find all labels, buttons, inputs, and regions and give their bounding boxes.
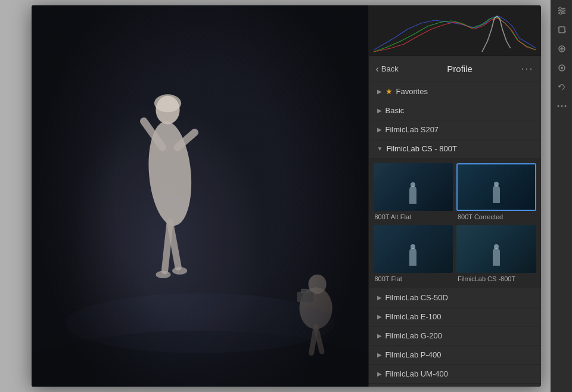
thumb-figure-silhouette: [493, 248, 500, 266]
profile-title: Profile: [399, 64, 521, 74]
thumb-figure-silhouette: [409, 248, 416, 266]
histogram-area: [369, 5, 541, 56]
section-label-favorites: Favorites: [396, 87, 428, 96]
preset-thumb-800t-corrected: [456, 163, 536, 211]
chevron-icon-basic: ▶: [377, 107, 382, 114]
histogram-svg: [374, 11, 536, 53]
back-label: Back: [381, 64, 399, 73]
section-header-filmiclab-e-100[interactable]: ▶FilmicLab E-100: [369, 307, 541, 326]
section-header-filmiclab-cs-50d[interactable]: ▶FilmicLab CS-50D: [369, 288, 541, 307]
section-header-filmiclab-s207[interactable]: ▶FilmicLab S207: [369, 120, 541, 139]
thumb-figure-silhouette: [493, 185, 500, 203]
thumb-figure-silhouette: [409, 186, 416, 204]
preset-thumb-800t-alt-flat: [374, 163, 453, 211]
preset-label-800t-flat: 800T Flat: [374, 273, 453, 284]
chevron-icon-filmiclab-g-200: ▶: [377, 332, 382, 339]
chevron-icon-filmiclab-p-400: ▶: [377, 351, 382, 358]
section-label-filmiclab-p-400: FilmicLab P-400: [386, 350, 442, 359]
preset-item-filmiclab-cs-800t[interactable]: FilmicLab CS -800T: [456, 225, 536, 284]
section-label-filmiclab-g-200: FilmicLab G-200: [386, 331, 442, 340]
preset-thumb-filmiclab-cs-800t: [456, 225, 536, 273]
chevron-icon-filmiclab-cs-50d: ▶: [377, 294, 382, 301]
chevron-icon-filmiclab-um-400: ▶: [377, 371, 382, 377]
chevron-icon-filmiclab-cs-800t: ▼: [377, 145, 383, 152]
preset-item-800t-flat[interactable]: 800T Flat: [374, 225, 453, 284]
preset-thumb-800t-flat: [374, 225, 453, 273]
section-header-filmiclab-cs-800t[interactable]: ▼FilmicLab CS - 800T: [369, 139, 541, 158]
photo-background: [32, 5, 368, 387]
back-chevron-icon: ‹: [376, 64, 379, 74]
preset-label-filmiclab-cs-800t: FilmicLab CS -800T: [456, 273, 536, 284]
favorites-star-icon: ★: [386, 87, 393, 96]
photo-area: [32, 5, 368, 387]
chevron-icon-filmiclab-e-100: ▶: [377, 313, 382, 320]
chevron-icon-filmiclab-s207: ▶: [377, 126, 382, 133]
preset-label-800t-alt-flat: 800T Alt Flat: [374, 211, 453, 222]
section-label-filmiclab-e-100: FilmicLab E-100: [386, 312, 442, 321]
expanded-presets-section: 800T Alt Flat★800T Corrected800T FlatFil…: [369, 158, 541, 288]
section-label-filmiclab-cs-50d: FilmicLab CS-50D: [386, 293, 448, 302]
more-options-button[interactable]: ···: [521, 63, 533, 75]
section-header-filmiclab-p-400[interactable]: ▶FilmicLab P-400: [369, 346, 541, 365]
section-label-filmiclab-um-400: FilmicLab UM-400: [386, 369, 448, 378]
app-container: ‹ Back Profile ··· ▶★Favorites▶Basic▶Fil…: [32, 5, 541, 387]
right-panel: ‹ Back Profile ··· ▶★Favorites▶Basic▶Fil…: [368, 5, 541, 387]
profile-list: ▶★Favorites▶Basic▶FilmicLab S207▼FilmicL…: [369, 82, 541, 387]
section-label-basic: Basic: [386, 106, 405, 115]
section-label-filmiclab-s207: FilmicLab S207: [386, 125, 439, 134]
chevron-icon-favorites: ▶: [377, 88, 382, 95]
section-header-filmiclab-um-400[interactable]: ▶FilmicLab UM-400: [369, 365, 541, 384]
histogram-row: [369, 5, 541, 56]
section-header-basic[interactable]: ▶Basic: [369, 101, 541, 120]
preset-grid: 800T Alt Flat★800T Corrected800T FlatFil…: [374, 163, 536, 284]
section-header-favorites[interactable]: ▶★Favorites: [369, 82, 541, 101]
svg-rect-20: [32, 5, 368, 387]
preset-label-800t-corrected: 800T Corrected: [456, 211, 536, 222]
preset-item-800t-corrected[interactable]: ★800T Corrected: [456, 163, 536, 222]
back-button[interactable]: ‹ Back: [376, 64, 399, 74]
preset-item-800t-alt-flat[interactable]: 800T Alt Flat: [374, 163, 453, 222]
profile-header: ‹ Back Profile ···: [369, 56, 541, 82]
section-label-filmiclab-cs-800t: FilmicLab CS - 800T: [386, 144, 456, 153]
section-header-filmiclab-g-200[interactable]: ▶FilmicLab G-200: [369, 326, 541, 346]
photo-svg: [32, 5, 368, 387]
